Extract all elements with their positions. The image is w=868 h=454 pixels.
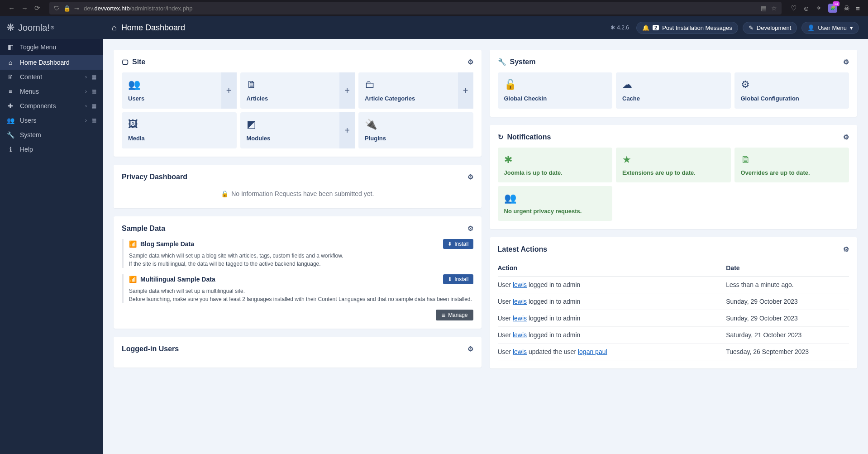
sidebar-item-label: Help: [20, 146, 33, 153]
notif-privacy[interactable]: 👥No urgent privacy requests.: [498, 186, 613, 221]
sample-block-blog: 📶 Blog Sample Data ⬇Install Sample data …: [122, 239, 473, 268]
gear-icon[interactable]: ⚙: [843, 245, 849, 253]
sidebar-item-content[interactable]: 🗎 Content ›▦: [0, 70, 103, 84]
notif-overrides[interactable]: 🗎Overrides are up to date.: [734, 148, 849, 182]
user-link[interactable]: lewis: [513, 315, 527, 322]
browser-bar: ← → ⟳ 🛡 🔒 ⊸ dev.devvortex.htb/administra…: [0, 0, 868, 16]
info-icon: ℹ: [6, 146, 14, 153]
list-icon: ≣: [441, 312, 446, 318]
grid-icon[interactable]: ▦: [91, 74, 96, 80]
file-icon: 🗎: [6, 73, 14, 81]
grid-icon[interactable]: ▦: [91, 117, 96, 124]
panel-title: Latest Actions: [498, 245, 548, 253]
user-menu-button[interactable]: 👤 User Menu ▾: [801, 22, 859, 34]
tile-global-config: ⚙Global Configuration: [734, 72, 849, 109]
plus-icon[interactable]: +: [339, 112, 355, 148]
date-cell: Tuesday, 26 September 2023: [726, 344, 849, 360]
gear-icon[interactable]: ⚙: [467, 345, 473, 353]
chevron-right-icon: ›: [85, 117, 87, 124]
plus-icon[interactable]: +: [339, 72, 355, 109]
toggle-label: Toggle Menu: [20, 43, 56, 51]
user-link[interactable]: lewis: [513, 298, 527, 305]
back-icon[interactable]: ←: [8, 4, 15, 12]
download-icon: ⬇: [448, 276, 452, 282]
sidebar-item-components[interactable]: ✚ Components ›▦: [0, 99, 103, 113]
panel-title: Sample Data: [122, 225, 165, 233]
pocket-icon[interactable]: ♡: [791, 4, 796, 12]
post-install-label: Post Installation Messages: [662, 24, 732, 31]
reader-icon[interactable]: ▤: [761, 5, 767, 12]
version-tag[interactable]: ✱4.2.6: [610, 24, 629, 31]
url-text: dev.devvortex.htb/administrator/index.ph…: [84, 5, 192, 12]
user-link[interactable]: lewis: [513, 281, 527, 288]
key-icon: ⊸: [74, 5, 79, 12]
cube-icon: ◩: [247, 119, 334, 130]
table-row: User lewis logged in to adminSaturday, 2…: [498, 327, 849, 344]
page-title-wrap: ⌂ Home Dashboard: [112, 23, 185, 33]
account-icon[interactable]: ☺: [803, 5, 810, 12]
reload-icon[interactable]: ⟳: [34, 4, 40, 12]
post-install-button[interactable]: 🔔 2 Post Installation Messages: [636, 22, 738, 34]
grid-icon[interactable]: ▦: [91, 88, 96, 95]
gear-icon[interactable]: ⚙: [467, 58, 473, 66]
wifi-icon: 📶: [129, 240, 137, 248]
download-icon: ⬇: [448, 241, 452, 247]
action-cell: User lewis logged in to admin: [498, 310, 726, 327]
menu-icon[interactable]: ≡: [856, 5, 860, 12]
joomla-mark-icon: ✱: [610, 24, 615, 31]
skull-icon[interactable]: ☠: [844, 4, 849, 12]
grid-icon[interactable]: ▦: [91, 103, 96, 109]
sidebar-item-home[interactable]: ⌂ Home Dashboard: [0, 55, 103, 70]
user-link[interactable]: lewis: [513, 331, 527, 339]
sidebar-item-help[interactable]: ℹ Help: [0, 142, 103, 157]
toggle-menu[interactable]: ◧ Toggle Menu: [0, 39, 103, 55]
joomla-logo-icon: ❋: [6, 22, 14, 33]
sidebar-item-users[interactable]: 👥 Users ›▦: [0, 113, 103, 128]
tile-plugins: 🔌Plugins: [358, 112, 473, 148]
puzzle-icon: ✚: [6, 102, 14, 110]
folder-icon: 🗀: [365, 79, 452, 91]
url-bar[interactable]: 🛡 🔒 ⊸ dev.devvortex.htb/administrator/in…: [49, 2, 782, 14]
gear-icon[interactable]: ⚙: [467, 173, 473, 181]
shield-icon: 🛡: [54, 5, 60, 12]
user-link[interactable]: lewis: [513, 348, 527, 355]
sample-desc: Sample data which will set up a blog sit…: [129, 252, 473, 268]
forward-icon[interactable]: →: [21, 4, 28, 12]
chevron-right-icon: ›: [85, 74, 87, 80]
extension-badge[interactable]: 🧩: [828, 4, 837, 13]
notif-count: 2: [653, 25, 659, 30]
install-button[interactable]: ⬇Install: [443, 239, 473, 249]
plus-icon[interactable]: +: [221, 72, 237, 109]
bookmark-icon[interactable]: ☆: [771, 5, 777, 12]
brand[interactable]: ❋ Joomla! ®: [0, 16, 103, 39]
sidebar-item-menus[interactable]: ≡ Menus ›▦: [0, 84, 103, 99]
desktop-icon: 🖵: [122, 58, 129, 66]
gear-icon[interactable]: ⚙: [467, 225, 473, 233]
sidebar-item-label: Menus: [20, 88, 39, 95]
unlock-icon: 🔓: [504, 79, 606, 91]
col-date: Date: [726, 260, 849, 277]
notif-joomla[interactable]: ✱Joomla is up to date.: [498, 148, 613, 182]
table-row: User lewis logged in to adminSunday, 29 …: [498, 310, 849, 327]
notifications-panel: ↻ Notifications ⚙ ✱Joomla is up to date.…: [490, 125, 858, 229]
sidebar-item-system[interactable]: 🔧 System: [0, 128, 103, 142]
star-icon: ★: [622, 154, 725, 166]
tile-categories: 🗀Article Categories +: [358, 72, 473, 109]
topbar: ⌂ Home Dashboard ✱4.2.6 🔔 2 Post Install…: [103, 16, 868, 39]
latest-actions-panel: Latest Actions ⚙ Action Date User lewis …: [490, 237, 858, 368]
sample-title: Multilingual Sample Data: [140, 276, 215, 283]
sidebar: ❋ Joomla! ® ◧ Toggle Menu ⌂ Home Dashboa…: [0, 16, 103, 454]
extensions-icon[interactable]: ✧: [816, 4, 822, 12]
manage-button[interactable]: ≣Manage: [436, 310, 473, 320]
notif-extensions[interactable]: ★Extensions are up to date.: [616, 148, 731, 182]
lock-icon: 🔒: [63, 5, 71, 12]
gear-icon[interactable]: ⚙: [843, 58, 849, 66]
gear-icon[interactable]: ⚙: [843, 133, 849, 141]
date-cell: Sunday, 29 October 2023: [726, 310, 849, 327]
install-button[interactable]: ⬇Install: [443, 274, 473, 284]
target-user-link[interactable]: logan paul: [578, 348, 607, 355]
development-button[interactable]: ✎ Development: [743, 22, 797, 34]
image-icon: 🖼: [128, 119, 230, 130]
plus-icon[interactable]: +: [458, 72, 473, 109]
home-icon: ⌂: [6, 59, 14, 66]
